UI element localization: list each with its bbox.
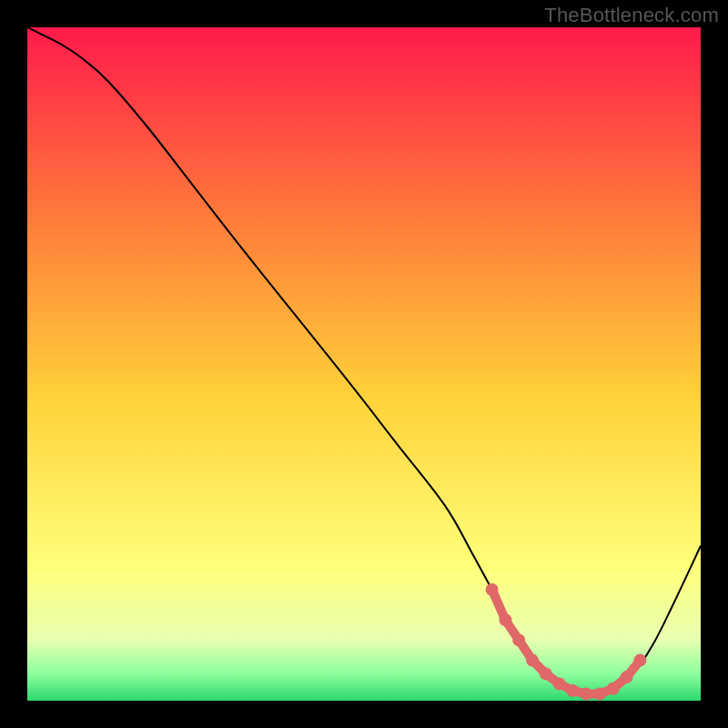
watermark-text: TheBottleneck.com [544, 4, 719, 27]
optimal-range-marker [593, 688, 606, 701]
optimal-range-marker [607, 682, 620, 695]
optimal-range-marker [512, 633, 525, 646]
optimal-range-marker [621, 671, 633, 683]
optimal-range-marker [553, 678, 566, 691]
gradient-background [27, 27, 701, 701]
optimal-range-marker [499, 613, 511, 626]
optimal-range-marker [633, 654, 646, 667]
optimal-range-marker [566, 684, 579, 697]
plot-area [27, 27, 701, 701]
optimal-range-marker [486, 583, 499, 596]
optimal-range-marker [580, 688, 592, 701]
optimal-range-marker [540, 667, 552, 680]
chart-frame: TheBottleneck.com [0, 0, 728, 728]
optimal-range-marker [526, 654, 539, 667]
bottleneck-chart [27, 27, 701, 701]
